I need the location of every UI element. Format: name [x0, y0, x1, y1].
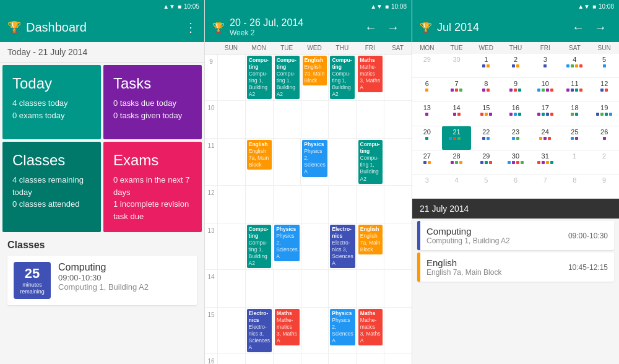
day-cell[interactable]: [356, 101, 384, 138]
calendar-event[interactable]: EnglishEnglish 7a, Main Block: [247, 140, 272, 170]
day-cell[interactable]: [217, 223, 245, 269]
prev-week-button[interactable]: ←: [360, 18, 382, 37]
month-day[interactable]: 7: [530, 175, 560, 198]
calendar-event[interactable]: PhysicsPhysics 2, Sciences A: [330, 309, 355, 345]
calendar-event[interactable]: Compu-tingCompu-ting 1, Building A2: [247, 225, 272, 268]
day-cell[interactable]: [384, 139, 412, 184]
exams-card[interactable]: Exams 0 exams in the next 7 days 1 incom…: [103, 142, 202, 232]
day-cell[interactable]: PhysicsPhysics 2, Sciences A: [328, 308, 357, 353]
calendar-event[interactable]: EnglishEnglish 7a, Main Block: [303, 56, 327, 85]
month-day[interactable]: 7: [442, 78, 472, 102]
day-cell[interactable]: Compu-tingCompu-ting 1, Building A2: [245, 223, 273, 269]
month-day[interactable]: 19: [589, 102, 619, 126]
month-day[interactable]: 26: [589, 126, 619, 150]
day-cell[interactable]: [384, 270, 412, 307]
day-cell[interactable]: EnglishEnglish 7a, Main Block: [357, 223, 384, 269]
month-day[interactable]: 5: [471, 175, 501, 198]
day-cell[interactable]: [245, 186, 273, 223]
day-cell[interactable]: [217, 186, 245, 223]
day-cell[interactable]: [217, 54, 245, 100]
month-day[interactable]: 2: [501, 54, 530, 77]
day-cell[interactable]: [273, 354, 301, 364]
month-day[interactable]: 1: [560, 150, 590, 174]
day-cell[interactable]: [273, 139, 301, 184]
day-cell[interactable]: Electro-nicsElectro-nics 3, Sciences A: [328, 223, 357, 269]
calendar-event[interactable]: Compu-tingCompu-ting 1, Building A2: [275, 56, 300, 99]
month-day[interactable]: 29: [471, 150, 501, 174]
month-day[interactable]: 8: [560, 175, 590, 198]
day-cell[interactable]: [328, 101, 356, 138]
class-item[interactable]: 25 minutes remaining Computing 09:00-10:…: [7, 256, 197, 305]
month-day[interactable]: 14: [442, 102, 472, 126]
day-cell[interactable]: [217, 308, 245, 353]
classes-card[interactable]: Classes 4 classes remaining today 0 clas…: [2, 142, 101, 232]
day-cell[interactable]: [356, 186, 384, 223]
day-cell[interactable]: [384, 101, 412, 138]
prev-month-button[interactable]: ←: [567, 18, 589, 37]
day-cell[interactable]: MathsMathe-matics 3, Maths A: [273, 308, 301, 353]
day-cell[interactable]: Compu-tingCompu-ting 1, Building A2: [245, 54, 273, 100]
day-cell[interactable]: [301, 308, 329, 353]
calendar-event[interactable]: EnglishEnglish 7a, Main Block: [358, 225, 383, 254]
menu-button[interactable]: ⋮: [184, 20, 197, 35]
day-cell[interactable]: [245, 101, 273, 138]
day-cell[interactable]: [356, 270, 384, 307]
day-cell[interactable]: Compu-tingCompu-ting 1, Building A2: [273, 54, 301, 100]
day-cell[interactable]: [301, 186, 329, 223]
month-day[interactable]: 9: [501, 78, 530, 102]
month-day[interactable]: 3: [412, 175, 442, 198]
day-cell[interactable]: PhysicsPhysics 2, Sciences A: [300, 139, 329, 184]
day-cell[interactable]: [356, 354, 384, 364]
day-cell[interactable]: [217, 270, 245, 307]
month-day[interactable]: 6: [501, 175, 530, 198]
month-day[interactable]: 4: [442, 175, 472, 198]
day-cell[interactable]: [384, 186, 412, 223]
day-event-item[interactable]: Computing Computing 1, Building A2 09:00…: [417, 221, 614, 250]
month-day[interactable]: 30: [501, 150, 530, 174]
calendar-event[interactable]: Compu-tingCompu-ting 1, Building A2: [358, 140, 383, 183]
month-day[interactable]: 16: [501, 102, 530, 126]
day-cell[interactable]: [328, 354, 356, 364]
month-day[interactable]: 22: [471, 126, 501, 150]
day-cell[interactable]: Compu-tingCompu-ting 1, Building A2: [328, 54, 356, 100]
day-cell[interactable]: [217, 139, 245, 184]
month-day[interactable]: 6: [412, 78, 442, 102]
day-cell[interactable]: EnglishEnglish 7a, Main Block: [245, 139, 273, 184]
calendar-event[interactable]: MathsMathe-matics 3, Maths A: [275, 309, 300, 345]
day-cell[interactable]: [245, 270, 273, 307]
month-day[interactable]: 9: [589, 175, 619, 198]
day-cell[interactable]: [384, 308, 412, 353]
month-day[interactable]: 30: [442, 54, 472, 77]
calendar-event[interactable]: Electro-nicsElectro-nics 3, Sciences A: [247, 309, 272, 352]
calendar-event[interactable]: Compu-tingCompu-ting 1, Building A2: [247, 56, 272, 99]
month-day[interactable]: 12: [589, 78, 619, 102]
month-day[interactable]: 1: [471, 54, 501, 77]
day-cell[interactable]: [217, 101, 245, 138]
month-day[interactable]: 31: [530, 150, 560, 174]
month-day[interactable]: 8: [471, 78, 501, 102]
day-cell[interactable]: [329, 139, 357, 184]
day-cell[interactable]: [217, 354, 245, 364]
month-day[interactable]: 5: [589, 54, 619, 77]
today-card[interactable]: Today 4 classes today 0 exams today: [2, 65, 101, 139]
month-day[interactable]: 24: [530, 126, 560, 150]
calendar-event[interactable]: MathsMathe-matics 3, Maths A: [358, 56, 383, 92]
month-day[interactable]: 25: [560, 126, 590, 150]
day-cell[interactable]: [328, 186, 356, 223]
month-day[interactable]: 21: [442, 126, 472, 150]
day-cell[interactable]: MathsMathe-matics 3, Maths A: [357, 308, 384, 353]
calendar-event[interactable]: PhysicsPhysics 2, Sciences A: [302, 140, 327, 176]
day-cell[interactable]: [301, 101, 329, 138]
calendar-event[interactable]: Electro-nicsElectro-nics 3, Sciences A: [330, 225, 355, 268]
calendar-event[interactable]: MathsMathe-matics 3, Maths A: [358, 309, 383, 345]
day-cell[interactable]: [301, 354, 329, 364]
day-cell[interactable]: [384, 223, 412, 269]
day-cell[interactable]: [273, 270, 301, 307]
day-event-item[interactable]: English English 7a, Main Block 10:45-12:…: [417, 253, 614, 282]
day-cell[interactable]: Compu-tingCompu-ting 1, Building A2: [357, 139, 384, 184]
day-cell[interactable]: [301, 270, 329, 307]
month-day[interactable]: 18: [560, 102, 590, 126]
calendar-event[interactable]: Compu-tingCompu-ting 1, Building A2: [330, 56, 355, 99]
day-cell[interactable]: [245, 354, 273, 364]
tasks-card[interactable]: Tasks 0 tasks due today 0 tasks given to…: [103, 65, 202, 139]
